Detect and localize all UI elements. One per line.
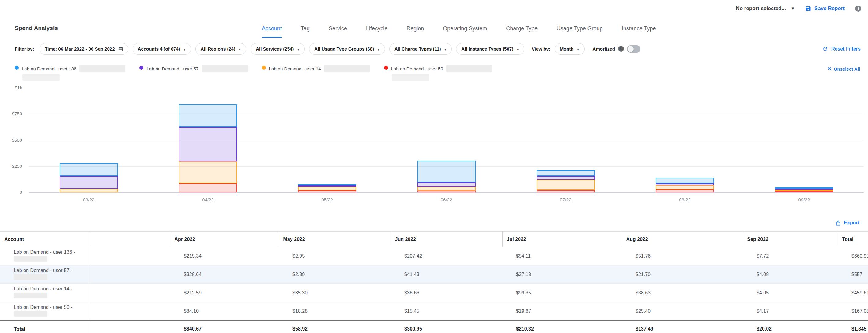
filter-pill-regions[interactable]: All Regions (24) <box>195 43 246 55</box>
time-filter-pill[interactable]: Time: 06 Mar 2022 - 06 Sep 2022 <box>39 43 128 55</box>
month-column-header[interactable]: May 2022 <box>279 232 391 247</box>
month-column-header[interactable]: Aug 2022 <box>622 232 743 247</box>
tab-instance-type[interactable]: Instance Type <box>622 25 656 38</box>
legend-color-dot <box>140 66 143 70</box>
legend-color-dot <box>384 66 388 70</box>
bar-segment[interactable] <box>656 186 714 190</box>
stacked-bar-chart: $1k$750$500$250003/2204/2205/2206/2207/2… <box>0 82 868 214</box>
bar-segment[interactable] <box>60 189 118 192</box>
filter-pill-label: Accounts 4 (of 674) <box>138 46 180 52</box>
redacted-text <box>446 65 492 72</box>
filter-pill-services[interactable]: All Services (254) <box>251 43 305 55</box>
bar-segment[interactable] <box>537 180 595 190</box>
table-row: Lab on Demand - user 57 -$328.64$2.39$41… <box>0 265 868 284</box>
legend-label: Lab on Demand - user 14 <box>269 66 321 71</box>
spacer-cell <box>89 302 170 321</box>
bar-group-03-22[interactable] <box>60 163 118 192</box>
account-column-header[interactable]: Account <box>0 232 89 247</box>
reset-filters-button[interactable]: Reset Filters <box>823 46 861 52</box>
bar-segment[interactable] <box>179 183 237 192</box>
bar-group-04-22[interactable] <box>179 104 237 192</box>
filter-pill-4[interactable]: Accounts 4 (of 674) <box>133 43 191 55</box>
legend-item[interactable]: Lab on Demand - user 14 <box>262 65 370 81</box>
tab-account[interactable]: Account <box>262 25 282 38</box>
filter-pill-usage[interactable]: All Usage Type Groups (68) <box>309 43 385 55</box>
value-cell: $36.66 <box>391 284 502 302</box>
legend-item[interactable]: Lab on Demand - user 136 <box>15 65 125 81</box>
month-column-header[interactable]: Apr 2022 <box>170 232 279 247</box>
bar-segment[interactable] <box>537 190 595 192</box>
export-label: Export <box>844 220 860 226</box>
gridline <box>29 140 864 140</box>
bar-group-08-22[interactable] <box>656 178 714 192</box>
tab-charge-type[interactable]: Charge Type <box>506 25 537 38</box>
bar-group-06-22[interactable] <box>417 161 476 192</box>
amortized-info-icon[interactable]: i <box>618 46 624 52</box>
bar-segment[interactable] <box>298 190 356 192</box>
account-name: Lab on Demand - user 50 - <box>14 304 86 310</box>
bar-segment[interactable] <box>179 127 237 161</box>
x-axis-tick-label: 09/22 <box>745 197 864 202</box>
value-cell: $41.43 <box>391 265 502 284</box>
value-cell: $19.67 <box>502 302 622 321</box>
month-column-header[interactable]: Jul 2022 <box>502 232 622 247</box>
tab-lifecycle[interactable]: Lifecycle <box>366 25 388 38</box>
bar-segment[interactable] <box>656 190 714 192</box>
tab-service[interactable]: Service <box>329 25 347 38</box>
bar-segment[interactable] <box>656 183 714 186</box>
bar-segment[interactable] <box>417 182 476 187</box>
bar-segment[interactable] <box>60 163 118 176</box>
bar-segment[interactable] <box>537 170 595 176</box>
filter-bar: Filter by: Time: 06 Mar 2022 - 06 Sep 20… <box>0 38 868 60</box>
bar-segment[interactable] <box>179 104 237 127</box>
bar-segment[interactable] <box>656 178 714 183</box>
month-column-header[interactable]: Jun 2022 <box>391 232 502 247</box>
export-button[interactable]: Export <box>835 220 860 226</box>
amortized-label: Amortized <box>593 46 615 52</box>
legend-item[interactable]: Lab on Demand - user 57 <box>140 65 247 81</box>
gridline <box>29 192 864 193</box>
bar-segment[interactable] <box>417 187 476 191</box>
month-column-header[interactable]: Sep 2022 <box>743 232 838 247</box>
bar-group-07-22[interactable] <box>537 170 595 192</box>
amortized-control: Amortized i <box>593 45 641 53</box>
report-selector-dropdown[interactable]: No report selected... ▼ <box>736 5 795 12</box>
bar-segment[interactable] <box>537 176 595 180</box>
value-cell: $25.40 <box>622 302 743 321</box>
bar-group-05-22[interactable] <box>298 184 356 192</box>
bar-group-09-22[interactable] <box>775 187 833 192</box>
chevron-down-icon <box>183 46 186 52</box>
y-axis-tick-label: 0 <box>0 190 22 195</box>
x-axis-tick-label: 08/22 <box>625 197 744 202</box>
filter-pill-label: All Charge Types (11) <box>395 46 441 52</box>
tab-operating-system[interactable]: Operating System <box>443 25 487 38</box>
value-cell: $212.59 <box>170 284 279 302</box>
bar-segment[interactable] <box>179 161 237 183</box>
top-bar: No report selected... ▼ Save Report i <box>0 0 868 17</box>
bar-segment[interactable] <box>60 176 118 189</box>
view-by-month-pill[interactable]: Month <box>555 43 585 55</box>
x-axis-tick-label: 05/22 <box>268 197 387 202</box>
tab-region[interactable]: Region <box>406 25 424 38</box>
value-cell: $4.17 <box>743 302 838 321</box>
total-column-header[interactable]: Total <box>838 232 868 247</box>
bar-segment[interactable] <box>417 191 476 192</box>
bar-segment[interactable] <box>298 187 356 190</box>
info-icon[interactable]: i <box>855 5 861 12</box>
row-total-cell: $557 <box>838 265 868 284</box>
bar-segment[interactable] <box>417 161 476 182</box>
legend-item[interactable]: Lab on Demand - user 50 <box>384 65 492 81</box>
bar-segment[interactable] <box>775 191 833 192</box>
filter-pill-charge[interactable]: All Charge Types (11) <box>389 43 452 55</box>
amortized-toggle[interactable] <box>627 45 641 53</box>
spacer-cell <box>89 284 170 302</box>
value-cell: $300.95 <box>391 321 502 333</box>
tab-usage-type-group[interactable]: Usage Type Group <box>557 25 603 38</box>
value-cell: $54.11 <box>502 247 622 265</box>
unselect-all-button[interactable]: ✕ Unselect All <box>828 66 860 72</box>
value-cell: $99.35 <box>502 284 622 302</box>
tab-tag[interactable]: Tag <box>301 25 310 38</box>
save-report-button[interactable]: Save Report <box>805 5 845 12</box>
filter-by-label: Filter by: <box>15 46 34 52</box>
filter-pill-instance[interactable]: All Instance Types (507) <box>456 43 524 55</box>
